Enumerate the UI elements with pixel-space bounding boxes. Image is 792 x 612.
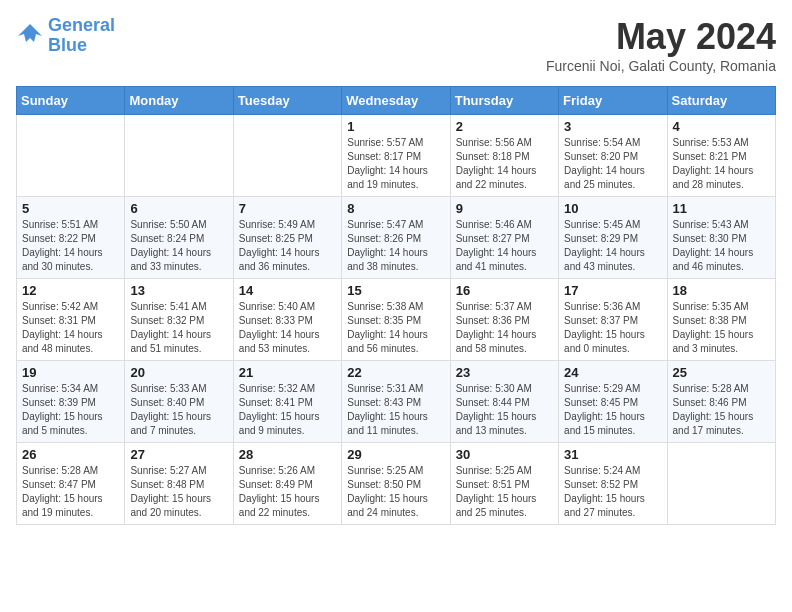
calendar-cell: 17Sunrise: 5:36 AM Sunset: 8:37 PM Dayli…	[559, 279, 667, 361]
day-info: Sunrise: 5:43 AM Sunset: 8:30 PM Dayligh…	[673, 218, 770, 274]
calendar-cell: 12Sunrise: 5:42 AM Sunset: 8:31 PM Dayli…	[17, 279, 125, 361]
calendar-cell: 5Sunrise: 5:51 AM Sunset: 8:22 PM Daylig…	[17, 197, 125, 279]
calendar-cell: 10Sunrise: 5:45 AM Sunset: 8:29 PM Dayli…	[559, 197, 667, 279]
calendar-cell: 15Sunrise: 5:38 AM Sunset: 8:35 PM Dayli…	[342, 279, 450, 361]
calendar-cell: 28Sunrise: 5:26 AM Sunset: 8:49 PM Dayli…	[233, 443, 341, 525]
day-number: 25	[673, 365, 770, 380]
logo: General Blue	[16, 16, 115, 56]
logo-line1: General	[48, 15, 115, 35]
calendar-week-row-4: 19Sunrise: 5:34 AM Sunset: 8:39 PM Dayli…	[17, 361, 776, 443]
col-wednesday: Wednesday	[342, 87, 450, 115]
day-number: 21	[239, 365, 336, 380]
day-info: Sunrise: 5:28 AM Sunset: 8:47 PM Dayligh…	[22, 464, 119, 520]
day-info: Sunrise: 5:34 AM Sunset: 8:39 PM Dayligh…	[22, 382, 119, 438]
calendar-table: Sunday Monday Tuesday Wednesday Thursday…	[16, 86, 776, 525]
title-block: May 2024 Furcenii Noi, Galati County, Ro…	[546, 16, 776, 74]
day-info: Sunrise: 5:30 AM Sunset: 8:44 PM Dayligh…	[456, 382, 553, 438]
day-info: Sunrise: 5:54 AM Sunset: 8:20 PM Dayligh…	[564, 136, 661, 192]
calendar-cell: 29Sunrise: 5:25 AM Sunset: 8:50 PM Dayli…	[342, 443, 450, 525]
day-info: Sunrise: 5:53 AM Sunset: 8:21 PM Dayligh…	[673, 136, 770, 192]
day-info: Sunrise: 5:28 AM Sunset: 8:46 PM Dayligh…	[673, 382, 770, 438]
day-info: Sunrise: 5:46 AM Sunset: 8:27 PM Dayligh…	[456, 218, 553, 274]
col-saturday: Saturday	[667, 87, 775, 115]
day-info: Sunrise: 5:29 AM Sunset: 8:45 PM Dayligh…	[564, 382, 661, 438]
calendar-cell: 11Sunrise: 5:43 AM Sunset: 8:30 PM Dayli…	[667, 197, 775, 279]
day-number: 17	[564, 283, 661, 298]
col-monday: Monday	[125, 87, 233, 115]
day-info: Sunrise: 5:36 AM Sunset: 8:37 PM Dayligh…	[564, 300, 661, 356]
day-info: Sunrise: 5:42 AM Sunset: 8:31 PM Dayligh…	[22, 300, 119, 356]
day-info: Sunrise: 5:57 AM Sunset: 8:17 PM Dayligh…	[347, 136, 444, 192]
calendar-cell: 22Sunrise: 5:31 AM Sunset: 8:43 PM Dayli…	[342, 361, 450, 443]
day-info: Sunrise: 5:26 AM Sunset: 8:49 PM Dayligh…	[239, 464, 336, 520]
day-number: 30	[456, 447, 553, 462]
svg-marker-0	[18, 24, 42, 42]
day-info: Sunrise: 5:24 AM Sunset: 8:52 PM Dayligh…	[564, 464, 661, 520]
day-info: Sunrise: 5:40 AM Sunset: 8:33 PM Dayligh…	[239, 300, 336, 356]
col-sunday: Sunday	[17, 87, 125, 115]
col-tuesday: Tuesday	[233, 87, 341, 115]
day-number: 7	[239, 201, 336, 216]
calendar-cell: 14Sunrise: 5:40 AM Sunset: 8:33 PM Dayli…	[233, 279, 341, 361]
day-number: 18	[673, 283, 770, 298]
day-number: 12	[22, 283, 119, 298]
day-number: 13	[130, 283, 227, 298]
calendar-cell: 6Sunrise: 5:50 AM Sunset: 8:24 PM Daylig…	[125, 197, 233, 279]
day-info: Sunrise: 5:45 AM Sunset: 8:29 PM Dayligh…	[564, 218, 661, 274]
day-info: Sunrise: 5:38 AM Sunset: 8:35 PM Dayligh…	[347, 300, 444, 356]
day-number: 10	[564, 201, 661, 216]
calendar-cell: 18Sunrise: 5:35 AM Sunset: 8:38 PM Dayli…	[667, 279, 775, 361]
day-info: Sunrise: 5:51 AM Sunset: 8:22 PM Dayligh…	[22, 218, 119, 274]
day-number: 15	[347, 283, 444, 298]
calendar-cell: 13Sunrise: 5:41 AM Sunset: 8:32 PM Dayli…	[125, 279, 233, 361]
calendar-week-row-3: 12Sunrise: 5:42 AM Sunset: 8:31 PM Dayli…	[17, 279, 776, 361]
calendar-cell: 23Sunrise: 5:30 AM Sunset: 8:44 PM Dayli…	[450, 361, 558, 443]
calendar-cell: 21Sunrise: 5:32 AM Sunset: 8:41 PM Dayli…	[233, 361, 341, 443]
logo-line2: Blue	[48, 35, 87, 55]
calendar-week-row-5: 26Sunrise: 5:28 AM Sunset: 8:47 PM Dayli…	[17, 443, 776, 525]
calendar-cell: 26Sunrise: 5:28 AM Sunset: 8:47 PM Dayli…	[17, 443, 125, 525]
day-number: 19	[22, 365, 119, 380]
day-info: Sunrise: 5:25 AM Sunset: 8:50 PM Dayligh…	[347, 464, 444, 520]
day-number: 9	[456, 201, 553, 216]
calendar-header-row: Sunday Monday Tuesday Wednesday Thursday…	[17, 87, 776, 115]
day-info: Sunrise: 5:25 AM Sunset: 8:51 PM Dayligh…	[456, 464, 553, 520]
logo-icon	[16, 22, 44, 50]
calendar-cell: 2Sunrise: 5:56 AM Sunset: 8:18 PM Daylig…	[450, 115, 558, 197]
calendar-cell: 24Sunrise: 5:29 AM Sunset: 8:45 PM Dayli…	[559, 361, 667, 443]
page-header: General Blue May 2024 Furcenii Noi, Gala…	[16, 16, 776, 74]
day-info: Sunrise: 5:33 AM Sunset: 8:40 PM Dayligh…	[130, 382, 227, 438]
day-number: 2	[456, 119, 553, 134]
day-number: 22	[347, 365, 444, 380]
day-number: 16	[456, 283, 553, 298]
day-info: Sunrise: 5:31 AM Sunset: 8:43 PM Dayligh…	[347, 382, 444, 438]
day-number: 26	[22, 447, 119, 462]
day-number: 5	[22, 201, 119, 216]
day-number: 24	[564, 365, 661, 380]
calendar-week-row-2: 5Sunrise: 5:51 AM Sunset: 8:22 PM Daylig…	[17, 197, 776, 279]
calendar-cell: 30Sunrise: 5:25 AM Sunset: 8:51 PM Dayli…	[450, 443, 558, 525]
calendar-cell: 20Sunrise: 5:33 AM Sunset: 8:40 PM Dayli…	[125, 361, 233, 443]
day-info: Sunrise: 5:49 AM Sunset: 8:25 PM Dayligh…	[239, 218, 336, 274]
day-number: 14	[239, 283, 336, 298]
calendar-cell: 25Sunrise: 5:28 AM Sunset: 8:46 PM Dayli…	[667, 361, 775, 443]
calendar-cell	[667, 443, 775, 525]
day-number: 27	[130, 447, 227, 462]
day-number: 23	[456, 365, 553, 380]
day-number: 29	[347, 447, 444, 462]
day-number: 6	[130, 201, 227, 216]
location-subtitle: Furcenii Noi, Galati County, Romania	[546, 58, 776, 74]
day-info: Sunrise: 5:35 AM Sunset: 8:38 PM Dayligh…	[673, 300, 770, 356]
calendar-cell: 8Sunrise: 5:47 AM Sunset: 8:26 PM Daylig…	[342, 197, 450, 279]
day-number: 8	[347, 201, 444, 216]
calendar-cell: 3Sunrise: 5:54 AM Sunset: 8:20 PM Daylig…	[559, 115, 667, 197]
day-number: 28	[239, 447, 336, 462]
day-info: Sunrise: 5:41 AM Sunset: 8:32 PM Dayligh…	[130, 300, 227, 356]
day-info: Sunrise: 5:47 AM Sunset: 8:26 PM Dayligh…	[347, 218, 444, 274]
logo-text: General Blue	[48, 16, 115, 56]
day-number: 1	[347, 119, 444, 134]
calendar-cell	[17, 115, 125, 197]
day-number: 20	[130, 365, 227, 380]
day-number: 3	[564, 119, 661, 134]
day-info: Sunrise: 5:56 AM Sunset: 8:18 PM Dayligh…	[456, 136, 553, 192]
